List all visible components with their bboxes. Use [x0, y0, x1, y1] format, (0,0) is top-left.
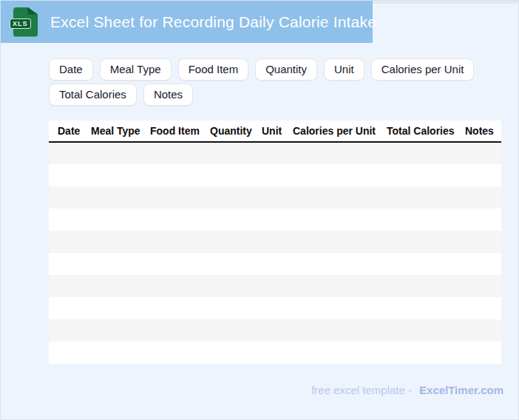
- table-row: [49, 342, 501, 364]
- page: XLS Excel Sheet for Recording Daily Calo…: [0, 0, 519, 420]
- xls-badge: XLS: [10, 18, 31, 29]
- table-row: [49, 319, 501, 342]
- empty-cell: [49, 253, 501, 275]
- column-header-quantity: Quantity: [210, 121, 262, 142]
- empty-cell: [49, 164, 501, 186]
- column-header-meal-type: Meal Type: [91, 121, 150, 142]
- empty-cell: [49, 342, 501, 364]
- table-row: [49, 253, 501, 275]
- chip-total-calories[interactable]: Total Calories: [49, 84, 137, 106]
- table-row: [49, 164, 501, 186]
- chip-food-item[interactable]: Food Item: [178, 58, 249, 81]
- column-header-calories-per-unit: Calories per Unit: [293, 121, 387, 142]
- empty-cell: [49, 319, 501, 342]
- table-row: [49, 209, 501, 231]
- column-header-unit: Unit: [262, 121, 293, 142]
- column-header-date: Date: [49, 121, 91, 142]
- table-row: [49, 231, 501, 253]
- chip-date[interactable]: Date: [49, 58, 93, 81]
- empty-cell: [49, 142, 501, 164]
- empty-cell: [49, 231, 501, 253]
- column-header-notes: Notes: [465, 121, 501, 142]
- column-header-total-calories: Total Calories: [387, 121, 465, 142]
- header-banner: XLS Excel Sheet for Recording Daily Calo…: [1, 1, 373, 43]
- table-row: [49, 275, 501, 297]
- chip-unit[interactable]: Unit: [324, 58, 364, 81]
- footer: free excel template -ExcelTimer.com: [311, 384, 503, 396]
- chip-notes[interactable]: Notes: [143, 84, 193, 106]
- empty-cell: [49, 186, 501, 209]
- chip-meal-type[interactable]: Meal Type: [100, 58, 172, 81]
- table-body: [49, 142, 501, 364]
- empty-cell: [49, 275, 501, 297]
- page-title: Excel Sheet for Recording Daily Calorie …: [50, 13, 376, 31]
- empty-cell: [49, 209, 501, 231]
- calorie-table: DateMeal TypeFood ItemQuantityUnitCalori…: [49, 121, 501, 364]
- xls-file-icon: XLS: [13, 7, 38, 37]
- table-header-row: DateMeal TypeFood ItemQuantityUnitCalori…: [49, 121, 501, 142]
- field-chips: DateMeal TypeFood ItemQuantityUnitCalori…: [49, 58, 511, 106]
- table-row: [49, 186, 501, 209]
- table-row: [49, 297, 501, 319]
- content-area: DateMeal TypeFood ItemQuantityUnitCalori…: [1, 1, 518, 364]
- footer-brand-link[interactable]: ExcelTimer.com: [419, 384, 503, 396]
- empty-cell: [49, 297, 501, 319]
- chip-calories-per-unit[interactable]: Calories per Unit: [371, 58, 475, 81]
- column-header-food-item: Food Item: [150, 121, 210, 142]
- footer-text: free excel template -: [311, 384, 412, 396]
- table-row: [49, 142, 501, 164]
- table-head: DateMeal TypeFood ItemQuantityUnitCalori…: [49, 121, 501, 142]
- chip-quantity[interactable]: Quantity: [255, 58, 317, 81]
